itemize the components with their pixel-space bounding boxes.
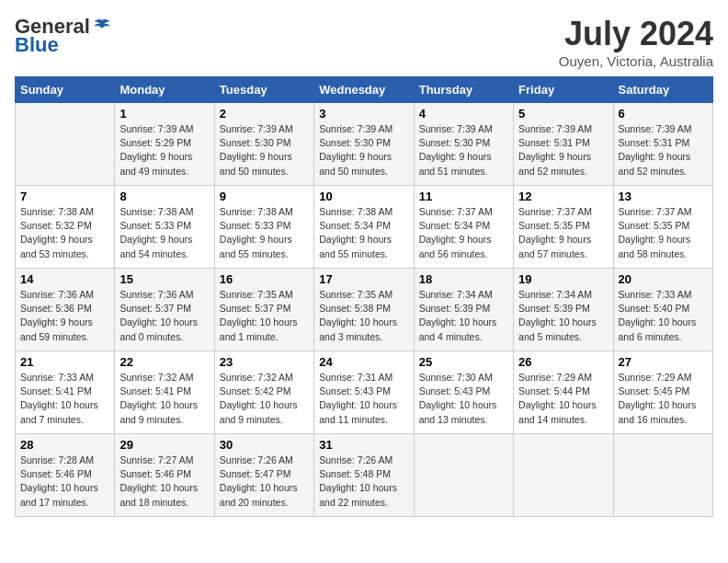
- calendar-cell: 14Sunrise: 7:36 AM Sunset: 5:36 PM Dayli…: [16, 269, 115, 351]
- day-info: Sunrise: 7:33 AM Sunset: 5:40 PM Dayligh…: [619, 288, 708, 344]
- calendar-week-5: 28Sunrise: 7:28 AM Sunset: 5:46 PM Dayli…: [16, 434, 713, 517]
- calendar-cell: 17Sunrise: 7:35 AM Sunset: 5:38 PM Dayli…: [314, 269, 414, 351]
- day-info: Sunrise: 7:31 AM Sunset: 5:43 PM Dayligh…: [319, 371, 408, 427]
- page-header: General Blue July 2024 Ouyen, Victoria, …: [15, 15, 713, 69]
- day-info: Sunrise: 7:39 AM Sunset: 5:31 PM Dayligh…: [518, 122, 608, 178]
- day-number: 5: [518, 107, 608, 121]
- day-number: 30: [220, 438, 309, 452]
- calendar-cell: 24Sunrise: 7:31 AM Sunset: 5:43 PM Dayli…: [314, 351, 414, 434]
- col-friday: Friday: [514, 77, 613, 103]
- calendar-cell: 20Sunrise: 7:33 AM Sunset: 5:40 PM Dayli…: [613, 269, 712, 351]
- calendar-cell: 2Sunrise: 7:39 AM Sunset: 5:30 PM Daylig…: [214, 103, 313, 186]
- day-number: 23: [220, 355, 309, 369]
- day-info: Sunrise: 7:36 AM Sunset: 5:36 PM Dayligh…: [20, 288, 109, 344]
- calendar-cell: 11Sunrise: 7:37 AM Sunset: 5:34 PM Dayli…: [414, 186, 513, 269]
- day-number: 21: [20, 355, 109, 369]
- col-thursday: Thursday: [414, 77, 513, 103]
- day-info: Sunrise: 7:34 AM Sunset: 5:39 PM Dayligh…: [419, 288, 508, 344]
- day-number: 8: [119, 190, 209, 203]
- month-title: July 2024: [559, 15, 713, 53]
- calendar-cell: 19Sunrise: 7:34 AM Sunset: 5:39 PM Dayli…: [514, 269, 613, 351]
- calendar-cell: 3Sunrise: 7:39 AM Sunset: 5:30 PM Daylig…: [314, 103, 414, 186]
- location-text: Ouyen, Victoria, Australia: [559, 53, 713, 69]
- day-info: Sunrise: 7:36 AM Sunset: 5:37 PM Dayligh…: [119, 288, 209, 344]
- day-info: Sunrise: 7:27 AM Sunset: 5:46 PM Dayligh…: [119, 454, 209, 510]
- calendar-cell: 31Sunrise: 7:26 AM Sunset: 5:48 PM Dayli…: [314, 434, 414, 517]
- col-tuesday: Tuesday: [214, 77, 313, 103]
- day-number: 6: [619, 107, 708, 121]
- day-number: 14: [20, 272, 109, 286]
- day-number: 27: [619, 355, 708, 369]
- day-info: Sunrise: 7:39 AM Sunset: 5:30 PM Dayligh…: [319, 122, 408, 178]
- day-info: Sunrise: 7:29 AM Sunset: 5:44 PM Dayligh…: [518, 371, 608, 427]
- day-number: 15: [119, 272, 209, 286]
- day-info: Sunrise: 7:35 AM Sunset: 5:38 PM Dayligh…: [319, 288, 408, 344]
- calendar-cell: 8Sunrise: 7:38 AM Sunset: 5:33 PM Daylig…: [115, 186, 214, 269]
- col-sunday: Sunday: [16, 77, 115, 103]
- day-number: 20: [619, 272, 708, 286]
- day-number: 24: [319, 355, 408, 369]
- calendar-cell: 18Sunrise: 7:34 AM Sunset: 5:39 PM Dayli…: [414, 269, 513, 351]
- day-number: 25: [419, 355, 508, 369]
- day-info: Sunrise: 7:38 AM Sunset: 5:33 PM Dayligh…: [119, 205, 209, 261]
- logo: General Blue: [15, 15, 112, 57]
- day-number: 13: [619, 190, 708, 203]
- col-saturday: Saturday: [613, 77, 712, 103]
- title-block: July 2024 Ouyen, Victoria, Australia: [559, 15, 713, 69]
- day-number: 9: [220, 190, 309, 203]
- calendar-cell: 15Sunrise: 7:36 AM Sunset: 5:37 PM Dayli…: [115, 269, 214, 351]
- calendar-table: Sunday Monday Tuesday Wednesday Thursday…: [15, 76, 713, 517]
- day-number: 16: [220, 272, 309, 286]
- day-number: 2: [220, 107, 309, 121]
- day-info: Sunrise: 7:32 AM Sunset: 5:41 PM Dayligh…: [119, 371, 209, 427]
- header-row: Sunday Monday Tuesday Wednesday Thursday…: [16, 77, 713, 103]
- calendar-cell: 25Sunrise: 7:30 AM Sunset: 5:43 PM Dayli…: [414, 351, 513, 434]
- day-info: Sunrise: 7:34 AM Sunset: 5:39 PM Dayligh…: [518, 288, 608, 344]
- col-monday: Monday: [115, 77, 214, 103]
- day-number: 1: [119, 107, 209, 121]
- logo-blue-text: Blue: [15, 33, 59, 57]
- calendar-week-2: 7Sunrise: 7:38 AM Sunset: 5:32 PM Daylig…: [16, 186, 713, 269]
- calendar-cell: 28Sunrise: 7:28 AM Sunset: 5:46 PM Dayli…: [16, 434, 115, 517]
- day-number: 17: [319, 272, 408, 286]
- day-info: Sunrise: 7:26 AM Sunset: 5:48 PM Dayligh…: [319, 454, 408, 510]
- calendar-cell: 10Sunrise: 7:38 AM Sunset: 5:34 PM Dayli…: [314, 186, 414, 269]
- calendar-cell: 4Sunrise: 7:39 AM Sunset: 5:30 PM Daylig…: [414, 103, 513, 186]
- calendar-cell: 29Sunrise: 7:27 AM Sunset: 5:46 PM Dayli…: [115, 434, 214, 517]
- calendar-cell: [414, 434, 513, 517]
- day-number: 29: [119, 438, 209, 452]
- day-info: Sunrise: 7:38 AM Sunset: 5:32 PM Dayligh…: [20, 205, 109, 261]
- day-info: Sunrise: 7:39 AM Sunset: 5:30 PM Dayligh…: [419, 122, 508, 178]
- day-info: Sunrise: 7:35 AM Sunset: 5:37 PM Dayligh…: [220, 288, 309, 344]
- day-number: 3: [319, 107, 408, 121]
- day-info: Sunrise: 7:37 AM Sunset: 5:35 PM Dayligh…: [518, 205, 608, 261]
- calendar-cell: 21Sunrise: 7:33 AM Sunset: 5:41 PM Dayli…: [16, 351, 115, 434]
- calendar-cell: 27Sunrise: 7:29 AM Sunset: 5:45 PM Dayli…: [613, 351, 712, 434]
- day-info: Sunrise: 7:26 AM Sunset: 5:47 PM Dayligh…: [220, 454, 309, 510]
- day-info: Sunrise: 7:39 AM Sunset: 5:29 PM Dayligh…: [119, 122, 209, 178]
- calendar-cell: 22Sunrise: 7:32 AM Sunset: 5:41 PM Dayli…: [115, 351, 214, 434]
- day-number: 7: [20, 190, 109, 203]
- calendar-cell: 12Sunrise: 7:37 AM Sunset: 5:35 PM Dayli…: [514, 186, 613, 269]
- calendar-cell: 26Sunrise: 7:29 AM Sunset: 5:44 PM Dayli…: [514, 351, 613, 434]
- day-number: 31: [319, 438, 408, 452]
- calendar-cell: 5Sunrise: 7:39 AM Sunset: 5:31 PM Daylig…: [514, 103, 613, 186]
- calendar-cell: 1Sunrise: 7:39 AM Sunset: 5:29 PM Daylig…: [115, 103, 214, 186]
- day-info: Sunrise: 7:37 AM Sunset: 5:35 PM Dayligh…: [619, 205, 708, 261]
- calendar-cell: 23Sunrise: 7:32 AM Sunset: 5:42 PM Dayli…: [214, 351, 313, 434]
- day-number: 28: [20, 438, 109, 452]
- calendar-cell: [514, 434, 613, 517]
- day-info: Sunrise: 7:32 AM Sunset: 5:42 PM Dayligh…: [220, 371, 309, 427]
- calendar-cell: 13Sunrise: 7:37 AM Sunset: 5:35 PM Dayli…: [613, 186, 712, 269]
- day-info: Sunrise: 7:33 AM Sunset: 5:41 PM Dayligh…: [20, 371, 109, 427]
- day-info: Sunrise: 7:37 AM Sunset: 5:34 PM Dayligh…: [419, 205, 508, 261]
- day-info: Sunrise: 7:39 AM Sunset: 5:30 PM Dayligh…: [220, 122, 309, 178]
- calendar-cell: [613, 434, 712, 517]
- day-info: Sunrise: 7:39 AM Sunset: 5:31 PM Dayligh…: [619, 122, 708, 178]
- calendar-week-4: 21Sunrise: 7:33 AM Sunset: 5:41 PM Dayli…: [16, 351, 713, 434]
- logo-bird-icon: [92, 17, 112, 37]
- calendar-cell: 6Sunrise: 7:39 AM Sunset: 5:31 PM Daylig…: [613, 103, 712, 186]
- calendar-cell: 30Sunrise: 7:26 AM Sunset: 5:47 PM Dayli…: [214, 434, 313, 517]
- day-number: 10: [319, 190, 408, 203]
- day-number: 18: [419, 272, 508, 286]
